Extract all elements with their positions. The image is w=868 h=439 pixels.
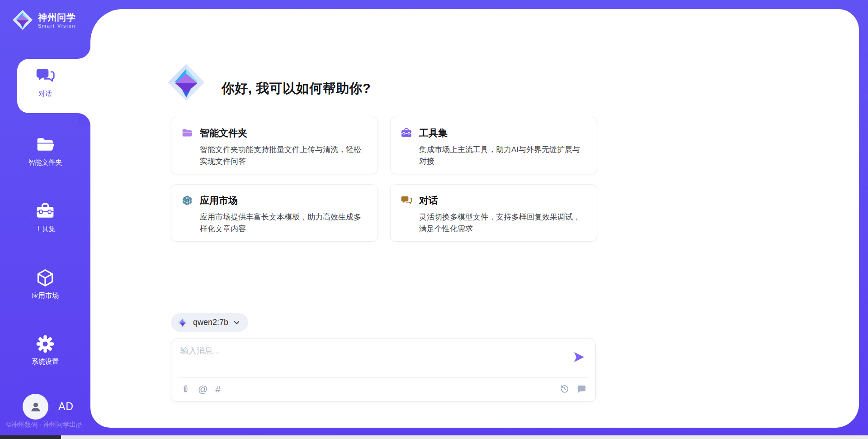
chat-icon	[35, 66, 55, 86]
feature-cards: 智能文件夹 智能文件夹功能支持批量文件上传与清洗，轻松实现文件问答 工具集 集成…	[171, 117, 597, 242]
composer-divider	[179, 377, 588, 378]
gear-icon	[35, 334, 55, 354]
message-composer: @ #	[171, 339, 596, 402]
person-icon	[29, 400, 42, 414]
send-button[interactable]	[573, 351, 585, 363]
avatar	[23, 394, 48, 420]
sidebar-item-toolset[interactable]: 工具集	[0, 201, 90, 234]
topic-button[interactable]: #	[215, 384, 221, 394]
card-description: 集成市场上主流工具，助力AI与外界无缝扩展与对接	[419, 144, 588, 167]
card-app-market[interactable]: 应用市场 应用市场提供丰富长文本模板，助力高效生成多样化文章内容	[171, 184, 378, 242]
card-title: 对话	[419, 194, 438, 207]
card-toolset[interactable]: 工具集 集成市场上主流工具，助力AI与外界无缝扩展与对接	[390, 117, 597, 174]
attach-file-button[interactable]	[181, 384, 190, 394]
chevron-down-icon	[233, 319, 240, 326]
new-chat-button[interactable]	[576, 384, 586, 394]
history-button[interactable]	[560, 384, 570, 394]
toolbox-icon	[401, 127, 412, 139]
gem-hero-icon	[166, 62, 206, 102]
folder-icon	[35, 135, 55, 155]
cube-icon	[35, 268, 55, 288]
mention-button[interactable]: @	[198, 384, 208, 394]
sidebar-item-chat[interactable]: 对话	[0, 66, 90, 98]
card-title: 智能文件夹	[200, 127, 247, 139]
folder-icon	[181, 127, 193, 139]
sidebar-item-label: 工具集	[0, 225, 90, 234]
sidebar: 神州问学 Smart Vision 对话 智能文件夹	[0, 0, 90, 439]
sidebar-item-label: 系统设置	[0, 358, 90, 366]
paperclip-icon	[181, 384, 190, 394]
gem-logo-icon	[12, 9, 33, 31]
greeting-title: 你好, 我可以如何帮助你?	[222, 80, 371, 98]
card-title: 应用市场	[200, 194, 238, 207]
gem-model-icon	[177, 317, 188, 328]
sidebar-item-app-market[interactable]: 应用市场	[0, 268, 90, 300]
model-selector[interactable]: qwen2:7b	[171, 313, 248, 332]
card-chat[interactable]: 对话 灵活切换多模型文件，支持多样回复效果调试，满足个性化需求	[390, 184, 597, 242]
chat-bubble-icon	[576, 384, 586, 394]
card-description: 智能文件夹功能支持批量文件上传与清洗，轻松实现文件问答	[200, 144, 368, 167]
composer-tools-right	[560, 384, 586, 394]
sidebar-item-settings[interactable]: 系统设置	[0, 334, 90, 366]
user-initials: AD	[58, 401, 74, 413]
window-bottom-edge	[0, 435, 868, 439]
app-name: 神州问学	[38, 12, 76, 23]
tab-fillet-bottom	[78, 113, 90, 126]
app-frame: 神州问学 Smart Vision 对话 智能文件夹	[0, 0, 868, 439]
tab-fillet-top	[78, 46, 90, 59]
app-logo: 神州问学 Smart Vision	[12, 9, 76, 31]
sidebar-item-label: 应用市场	[0, 291, 90, 300]
user-account[interactable]: AD	[23, 394, 74, 420]
composer-tools-left: @ #	[181, 384, 221, 394]
sidebar-item-smart-folder[interactable]: 智能文件夹	[0, 135, 90, 167]
model-name: qwen2:7b	[193, 318, 228, 327]
chat-icon	[401, 195, 412, 206]
card-smart-folder[interactable]: 智能文件夹 智能文件夹功能支持批量文件上传与清洗，轻松实现文件问答	[171, 117, 378, 174]
card-description: 灵活切换多模型文件，支持多样回复效果调试，满足个性化需求	[419, 211, 588, 235]
card-description: 应用市场提供丰富长文本模板，助力高效生成多样化文章内容	[200, 211, 368, 235]
cube-grid-icon	[181, 195, 193, 206]
sidebar-item-label: 对话	[0, 90, 90, 98]
app-subtitle: Smart Vision	[38, 23, 76, 29]
sidebar-item-label: 智能文件夹	[0, 158, 90, 167]
toolbox-icon	[35, 201, 55, 221]
copyright-footer: ©神州数码 · 神州问学出品	[6, 420, 83, 429]
card-title: 工具集	[419, 127, 448, 139]
history-icon	[560, 384, 570, 394]
send-icon	[573, 351, 585, 363]
message-input[interactable]	[180, 345, 560, 373]
